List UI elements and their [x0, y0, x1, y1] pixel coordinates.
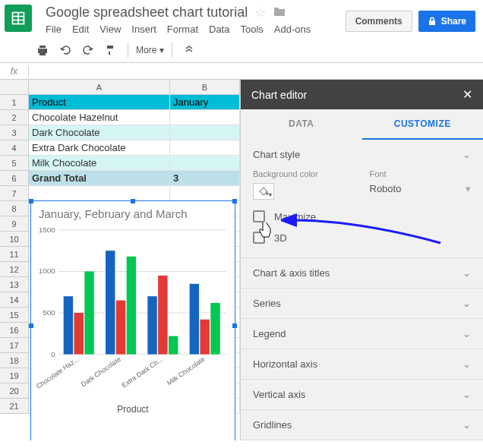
cell[interactable]: [170, 186, 240, 201]
3d-toggle[interactable]: 3D: [253, 227, 471, 248]
share-label: Share: [441, 16, 466, 27]
row-header[interactable]: 17: [0, 338, 29, 353]
row-header[interactable]: 1: [0, 95, 29, 110]
cell[interactable]: [170, 140, 240, 156]
star-icon[interactable]: ☆: [255, 5, 266, 20]
row-header[interactable]: 6: [0, 171, 29, 186]
embedded-chart[interactable]: January, February and March 050010001500…: [30, 200, 235, 440]
row-header[interactable]: 4: [0, 140, 29, 156]
menu-tools[interactable]: Tools: [240, 24, 263, 35]
svg-rect-24: [190, 284, 199, 355]
menu-view[interactable]: View: [99, 24, 121, 35]
menu-edit[interactable]: Edit: [72, 24, 89, 35]
maximize-label: Maximize: [274, 211, 316, 222]
row-header[interactable]: 3: [0, 125, 29, 140]
select-all-corner[interactable]: [0, 80, 29, 95]
svg-rect-26: [210, 303, 219, 355]
row-header[interactable]: 12: [0, 262, 29, 277]
row-header[interactable]: 21: [0, 399, 29, 414]
maximize-toggle[interactable]: Maximize: [253, 206, 471, 227]
font-dropdown[interactable]: Roboto ▾: [370, 183, 472, 194]
chevron-down-icon: ▾: [466, 183, 471, 194]
row-header[interactable]: 18: [0, 353, 29, 368]
row-header[interactable]: 9: [0, 216, 29, 232]
column-header-a[interactable]: A: [29, 80, 170, 95]
more-label: More: [136, 45, 156, 55]
svg-text:500: 500: [43, 308, 55, 317]
print-icon[interactable]: [33, 41, 52, 59]
section-legend[interactable]: Legend⌄: [241, 319, 483, 349]
cell[interactable]: Extra Dark Chocolate: [29, 140, 170, 156]
section-gridlines[interactable]: Gridlines⌄: [241, 410, 483, 440]
svg-text:0: 0: [51, 350, 55, 358]
section-chart-style-label: Chart style: [253, 149, 300, 160]
cell[interactable]: [170, 110, 240, 125]
row-header[interactable]: 19: [0, 368, 29, 383]
collapse-icon[interactable]: [180, 41, 198, 59]
chart-title: January, February and March: [31, 201, 235, 222]
cell[interactable]: 3: [170, 171, 240, 186]
chevron-down-icon: ⌄: [462, 149, 471, 160]
comments-button[interactable]: Comments: [346, 11, 412, 32]
chevron-down-icon: ⌄: [462, 328, 471, 339]
svg-text:Chocolate Haz...: Chocolate Haz...: [36, 355, 80, 390]
cell[interactable]: [170, 125, 240, 140]
cell[interactable]: Milk Chocolate: [29, 156, 170, 171]
tab-customize[interactable]: CUSTOMIZE: [362, 109, 484, 140]
menu-format[interactable]: Format: [167, 24, 198, 35]
row-header[interactable]: 15: [0, 308, 29, 323]
svg-rect-18: [127, 257, 136, 355]
section-chart-axis-titles[interactable]: Chart & axis titles⌄: [241, 258, 483, 288]
spreadsheet-grid[interactable]: A B 1ProductJanuary2Chocolate Hazelnut3D…: [0, 80, 240, 440]
sheets-app-icon[interactable]: [5, 5, 32, 32]
tab-data[interactable]: DATA: [241, 109, 362, 140]
bg-color-label: Background color: [253, 169, 355, 178]
redo-icon[interactable]: [79, 41, 97, 59]
svg-rect-22: [169, 336, 178, 355]
svg-rect-21: [158, 276, 167, 355]
cell[interactable]: [29, 186, 170, 201]
row-header[interactable]: 13: [0, 277, 29, 292]
row-header[interactable]: 11: [0, 247, 29, 262]
section-horizontal-axis[interactable]: Horizontal axis⌄: [241, 349, 483, 379]
menu-file[interactable]: File: [46, 24, 62, 35]
menu-insert[interactable]: Insert: [131, 24, 156, 35]
row-header[interactable]: 16: [0, 323, 29, 338]
undo-icon[interactable]: [56, 41, 74, 59]
lock-icon: [428, 17, 437, 26]
paint-format-icon[interactable]: [102, 41, 120, 59]
row-header[interactable]: 20: [0, 383, 29, 399]
row-header[interactable]: 14: [0, 292, 29, 308]
column-header-b[interactable]: B: [170, 80, 240, 95]
close-icon[interactable]: ✕: [462, 87, 472, 102]
row-header[interactable]: 2: [0, 110, 29, 125]
menu-addons[interactable]: Add-ons: [274, 24, 311, 35]
row-header[interactable]: 10: [0, 232, 29, 247]
editor-title: Chart editor: [251, 89, 307, 101]
menu-data[interactable]: Data: [209, 24, 229, 35]
document-title[interactable]: Google spreadsheet chart tutorial: [46, 5, 248, 21]
section-vertical-axis[interactable]: Vertical axis⌄: [241, 380, 483, 409]
section-chart-style[interactable]: Chart style ⌄: [241, 140, 483, 169]
svg-text:1500: 1500: [39, 226, 56, 234]
row-header[interactable]: 8: [0, 201, 29, 216]
cell[interactable]: January: [170, 95, 240, 110]
bg-color-picker[interactable]: ▾: [253, 183, 274, 200]
share-button[interactable]: Share: [418, 11, 475, 32]
more-dropdown[interactable]: More ▾: [136, 45, 164, 55]
chevron-down-icon: ⌄: [462, 298, 471, 309]
chevron-down-icon: ⌄: [462, 419, 471, 431]
row-header[interactable]: 5: [0, 156, 29, 171]
cell[interactable]: Grand Total: [29, 171, 170, 186]
cell[interactable]: Product: [29, 95, 170, 110]
font-value: Roboto: [370, 183, 402, 194]
folder-icon[interactable]: [273, 6, 286, 20]
cell[interactable]: [170, 156, 240, 171]
row-header[interactable]: 7: [0, 186, 29, 201]
paint-bucket-icon: [257, 186, 270, 197]
chevron-down-icon: ▾: [269, 191, 272, 198]
section-series[interactable]: Series⌄: [241, 289, 483, 318]
cell[interactable]: Chocolate Hazelnut: [29, 110, 170, 125]
3d-label: 3D: [274, 232, 287, 244]
cell[interactable]: Dark Chocolate: [29, 125, 170, 140]
